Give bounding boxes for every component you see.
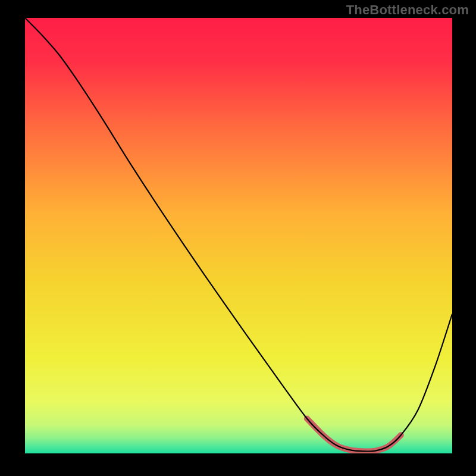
chart-background: [25, 18, 452, 453]
bottleneck-chart: [25, 18, 452, 453]
watermark-text: TheBottleneck.com: [346, 2, 469, 18]
